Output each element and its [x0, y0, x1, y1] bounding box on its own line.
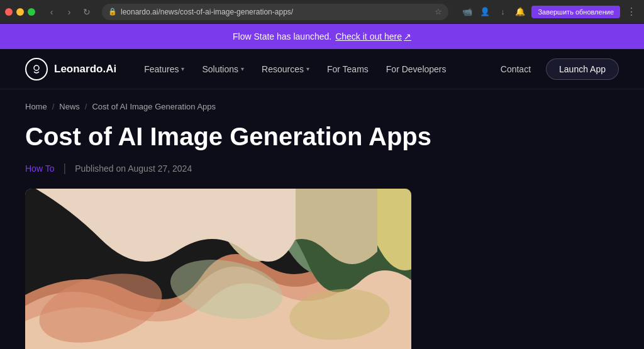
maximize-button[interactable]: [28, 8, 35, 16]
logo-icon: [25, 58, 48, 80]
browser-navigation: ‹ › ↻: [44, 4, 94, 19]
hero-image-background: [25, 189, 411, 349]
address-bar[interactable]: 🔒 leonardo.ai/news/cost-of-ai-image-gene…: [102, 4, 448, 20]
chevron-down-icon: ▾: [306, 65, 309, 72]
browser-menu-button[interactable]: ⋮: [624, 4, 639, 19]
update-button[interactable]: Завершить обновление: [531, 6, 620, 18]
breadcrumb-separator: /: [52, 102, 55, 111]
main-navigation: Leonardo.Ai Features ▾ Solutions ▾ Resou…: [0, 49, 644, 89]
browser-action-buttons: 📹 👤 ↓ 🔔: [460, 4, 528, 19]
url-text: leonardo.ai/news/cost-of-ai-image-genera…: [121, 8, 431, 16]
extensions-button[interactable]: 📹: [460, 4, 475, 19]
logo[interactable]: Leonardo.Ai: [25, 58, 116, 80]
notifications-button[interactable]: 🔔: [513, 4, 528, 19]
nav-item-solutions[interactable]: Solutions ▾: [193, 59, 253, 79]
article-tag[interactable]: How To: [25, 163, 54, 174]
nav-item-features[interactable]: Features ▾: [135, 59, 193, 79]
chevron-down-icon: ▾: [181, 65, 184, 72]
back-button[interactable]: ‹: [44, 4, 59, 19]
promo-link[interactable]: Check it out here ↗: [335, 31, 411, 42]
promo-text: Flow State has launched.: [233, 31, 331, 42]
external-link-icon: ↗: [404, 31, 411, 42]
nav-contact[interactable]: Contact: [492, 59, 540, 79]
nav-right: Contact Launch App: [492, 58, 619, 80]
nav-items: Features ▾ Solutions ▾ Resources ▾ For T…: [135, 59, 492, 79]
breadcrumb-home[interactable]: Home: [25, 102, 47, 111]
breadcrumb-news[interactable]: News: [59, 102, 80, 111]
browser-chrome: ‹ › ↻ 🔒 leonardo.ai/news/cost-of-ai-imag…: [0, 0, 644, 24]
nav-item-resources[interactable]: Resources ▾: [253, 59, 318, 79]
profile-button[interactable]: 👤: [477, 4, 492, 19]
lock-icon: 🔒: [108, 8, 117, 16]
promo-banner: Flow State has launched. Check it out he…: [0, 24, 644, 49]
reload-button[interactable]: ↻: [79, 4, 94, 19]
logo-text: Leonardo.Ai: [54, 63, 116, 75]
nav-item-for-teams[interactable]: For Teams: [318, 59, 377, 79]
article-title: Cost of AI Image Generation Apps: [25, 121, 528, 152]
breadcrumb-current: Cost of AI Image Generation Apps: [92, 102, 216, 111]
breadcrumb-separator: /: [85, 102, 87, 111]
nav-item-for-developers[interactable]: For Developers: [377, 59, 455, 79]
bookmark-icon[interactable]: ☆: [435, 7, 442, 16]
publish-date: Published on August 27, 2024: [75, 163, 192, 174]
svg-point-0: [34, 65, 39, 70]
meta-separator: |: [63, 162, 66, 175]
launch-app-button[interactable]: Launch App: [546, 58, 619, 80]
page-content: Home / News / Cost of AI Image Generatio…: [0, 89, 644, 349]
forward-button[interactable]: ›: [62, 4, 77, 19]
downloads-button[interactable]: ↓: [495, 4, 510, 19]
minimize-button[interactable]: [16, 8, 24, 16]
close-button[interactable]: [5, 8, 13, 16]
breadcrumb: Home / News / Cost of AI Image Generatio…: [25, 102, 619, 111]
article-meta: How To | Published on August 27, 2024: [25, 162, 619, 175]
chevron-down-icon: ▾: [241, 65, 244, 72]
hero-image: [25, 189, 411, 349]
